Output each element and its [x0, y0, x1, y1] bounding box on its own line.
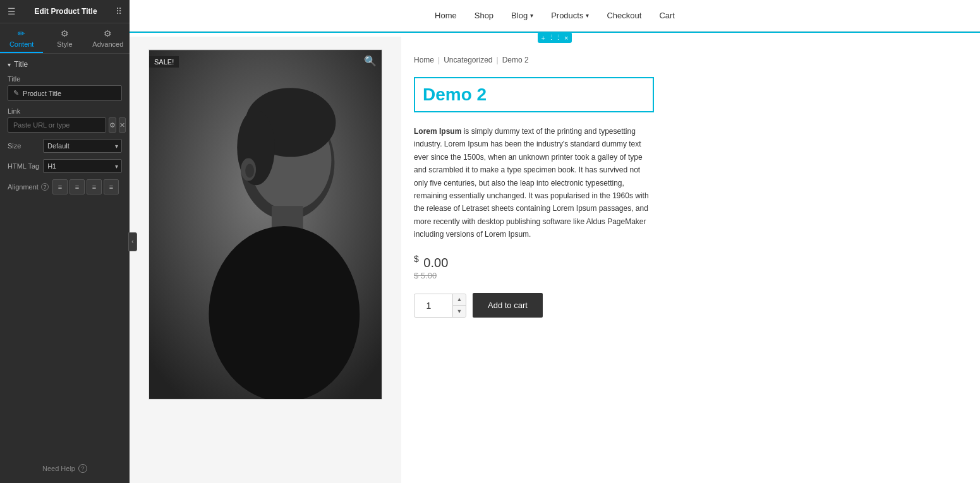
sidebar-header: ☰ Edit Product Title ⠿ — [0, 0, 130, 23]
svg-point-6 — [209, 226, 360, 399]
link-row: ⚙ ✕ — [8, 117, 122, 133]
nav-cart[interactable]: Cart — [659, 11, 675, 20]
sidebar: ☰ Edit Product Title ⠿ ✏ Content ⚙ Style… — [0, 0, 130, 483]
description-text: is simply dummy text of the printing and… — [414, 127, 649, 239]
align-right-btn[interactable]: ≡ — [87, 179, 102, 194]
currency-symbol: $ — [414, 254, 419, 264]
product-title-box[interactable]: Demo 2 — [414, 77, 654, 112]
quantity-input[interactable] — [414, 294, 452, 317]
nav-checkout[interactable]: Checkout — [607, 11, 641, 20]
top-nav: Home Shop Blog ▾ Products ▾ Checkout Car… — [130, 0, 980, 32]
align-center-btn[interactable]: ≡ — [70, 179, 85, 194]
main-area: Home Shop Blog ▾ Products ▾ Checkout Car… — [130, 0, 980, 483]
alignment-row: Alignment ? ≡ ≡ ≡ ≡ — [8, 179, 122, 194]
lorem-ipsum-bold: Lorem Ipsum — [414, 127, 461, 136]
alignment-info-icon: ? — [41, 183, 49, 191]
title-label: Title — [8, 75, 122, 83]
html-tag-select[interactable]: H1 — [43, 159, 122, 173]
tab-style[interactable]: ⚙ Style — [43, 23, 86, 53]
nav-blog[interactable]: Blog ▾ — [511, 11, 533, 20]
zoom-icon[interactable]: 🔍 — [364, 55, 377, 67]
quantity-spinners: ▲ ▼ — [452, 294, 466, 317]
add-to-cart-button[interactable]: Add to cart — [473, 293, 543, 318]
align-justify-btn[interactable]: ≡ — [104, 179, 119, 194]
blog-arrow-icon: ▾ — [530, 12, 533, 19]
grid-icon[interactable]: ⠿ — [116, 6, 122, 16]
add-to-cart-row: ▲ ▼ Add to cart — [414, 293, 955, 318]
price-value: 0.00 — [423, 255, 448, 269]
product-image — [149, 50, 382, 399]
content-area: SALE! 🔍 — [130, 37, 980, 483]
html-tag-select-wrap[interactable]: H1 — [43, 159, 122, 173]
size-field-group: Size Default — [8, 139, 122, 153]
qty-up-btn[interactable]: ▲ — [453, 294, 466, 306]
quantity-input-wrapper: ▲ ▼ — [414, 294, 466, 318]
elementor-toolbar: + ⋮⋮ × — [130, 32, 980, 37]
link-clear-btn[interactable]: ✕ — [119, 117, 126, 133]
svg-point-8 — [245, 164, 254, 178]
breadcrumb-home[interactable]: Home — [414, 56, 434, 64]
product-info-area: Home | Uncategorized | Demo 2 Demo 2 Lor… — [401, 37, 980, 483]
breadcrumb-sep-1: | — [438, 56, 440, 64]
help-circle-icon: ? — [78, 464, 87, 473]
nav-products[interactable]: Products ▾ — [551, 11, 589, 20]
link-input[interactable] — [8, 117, 106, 133]
toolbar-plus-btn[interactable]: + — [541, 34, 545, 42]
toolbar-close-btn[interactable]: × — [564, 34, 568, 42]
edit-icon: ✎ — [13, 89, 19, 97]
hamburger-icon[interactable]: ☰ — [8, 6, 16, 16]
alignment-buttons: ≡ ≡ ≡ ≡ — [52, 179, 119, 194]
sidebar-title: Edit Product Title — [16, 7, 116, 16]
html-tag-row: HTML Tag H1 — [8, 159, 122, 173]
qty-down-btn[interactable]: ▼ — [453, 306, 466, 317]
price-area: $ 0.00 $ 5.00 — [414, 254, 955, 281]
content-tab-icon: ✏ — [18, 28, 25, 39]
nav-shop[interactable]: Shop — [475, 11, 493, 20]
breadcrumb-category[interactable]: Uncategorized — [444, 56, 492, 64]
current-price: $ 0.00 — [414, 254, 955, 270]
sidebar-tabs: ✏ Content ⚙ Style ⚙ Advanced — [0, 23, 130, 54]
size-select[interactable]: Default — [43, 139, 122, 153]
link-label: Link — [8, 107, 122, 115]
alignment-label: Alignment ? — [8, 183, 49, 191]
tab-advanced[interactable]: ⚙ Advanced — [87, 23, 130, 53]
html-tag-label: HTML Tag — [8, 162, 39, 170]
style-tab-icon: ⚙ — [61, 28, 69, 39]
align-left-btn[interactable]: ≡ — [52, 179, 68, 194]
link-field-group: Link ⚙ ✕ — [8, 107, 122, 133]
alignment-field-group: Alignment ? ≡ ≡ ≡ ≡ — [8, 179, 122, 194]
breadcrumb-sep-2: | — [497, 56, 499, 64]
advanced-tab-icon: ⚙ — [104, 28, 112, 39]
title-input[interactable] — [23, 90, 116, 97]
breadcrumb: Home | Uncategorized | Demo 2 — [414, 56, 955, 64]
size-row: Size Default — [8, 139, 122, 153]
sale-badge: SALE! — [149, 56, 179, 68]
old-price: $ 5.00 — [414, 271, 955, 280]
tab-content[interactable]: ✏ Content — [0, 23, 43, 53]
size-select-wrap[interactable]: Default — [43, 139, 122, 153]
product-title: Demo 2 — [423, 85, 645, 105]
title-section-header[interactable]: ▾ Title — [8, 60, 122, 69]
sidebar-collapse-btn[interactable]: ‹ — [128, 232, 137, 251]
need-help-btn[interactable]: Need Help ? — [0, 454, 130, 483]
product-image-container: SALE! 🔍 — [148, 49, 382, 400]
product-image-area: SALE! 🔍 — [130, 37, 401, 483]
products-arrow-icon: ▾ — [586, 12, 589, 19]
toolbar-grid-btn[interactable]: ⋮⋮ — [548, 33, 562, 42]
nav-home[interactable]: Home — [435, 11, 457, 20]
title-section: ▾ Title Title ✎ Link ⚙ ✕ Size De — [0, 54, 130, 207]
html-tag-field-group: HTML Tag H1 — [8, 159, 122, 173]
product-description: Lorem Ipsum is simply dummy text of the … — [414, 125, 654, 241]
link-settings-btn[interactable]: ⚙ — [109, 117, 116, 133]
title-input-wrapper[interactable]: ✎ — [8, 85, 122, 101]
title-field-group: Title ✎ — [8, 75, 122, 101]
widget-toolbar: + ⋮⋮ × — [538, 32, 572, 43]
breadcrumb-current: Demo 2 — [502, 56, 529, 64]
section-arrow-icon: ▾ — [8, 61, 11, 68]
size-label: Size — [8, 142, 39, 150]
